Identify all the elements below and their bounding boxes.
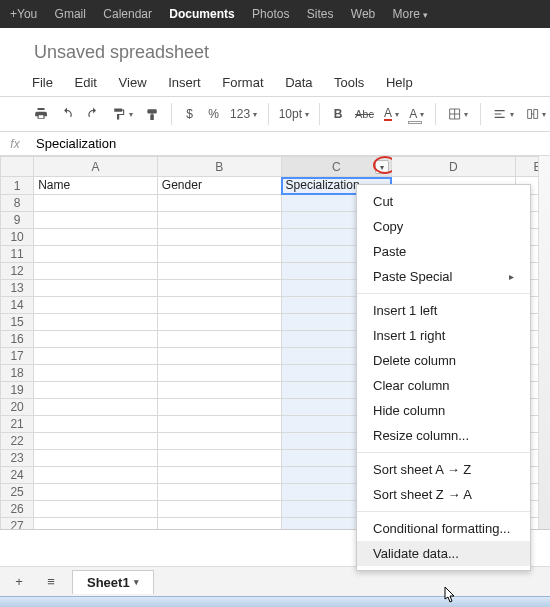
cell[interactable] — [157, 212, 281, 229]
menu-format[interactable]: Format — [222, 75, 263, 90]
cell[interactable] — [34, 433, 158, 450]
number-format-button[interactable]: 123 — [228, 102, 260, 126]
menu-hide-column[interactable]: Hide column — [357, 398, 530, 423]
menu-insert[interactable]: Insert — [168, 75, 201, 90]
strikethrough-button[interactable]: Abc — [352, 102, 377, 126]
row-header[interactable]: 21 — [1, 416, 34, 433]
row-header[interactable]: 19 — [1, 382, 34, 399]
row-header[interactable]: 14 — [1, 297, 34, 314]
menu-insert-left[interactable]: Insert 1 left — [357, 298, 530, 323]
vertical-scrollbar[interactable] — [538, 156, 550, 529]
cell[interactable] — [157, 263, 281, 280]
cell[interactable] — [157, 484, 281, 501]
print-icon[interactable] — [30, 102, 52, 126]
cell[interactable] — [157, 195, 281, 212]
cell[interactable] — [157, 433, 281, 450]
cell[interactable] — [157, 365, 281, 382]
nav-documents[interactable]: Documents — [169, 7, 234, 21]
row-header[interactable]: 26 — [1, 501, 34, 518]
merge-button[interactable] — [522, 102, 550, 126]
cell[interactable] — [34, 518, 158, 531]
borders-button[interactable] — [444, 102, 472, 126]
row-header[interactable]: 1 — [1, 177, 34, 195]
sheet-tab-arrow-icon[interactable]: ▾ — [134, 577, 139, 587]
nav-calendar[interactable]: Calendar — [103, 7, 152, 21]
cell[interactable]: Name — [34, 177, 158, 195]
row-header[interactable]: 25 — [1, 484, 34, 501]
column-header-B[interactable]: B — [157, 157, 281, 177]
row-header[interactable]: 24 — [1, 467, 34, 484]
cell[interactable] — [157, 501, 281, 518]
row-header[interactable]: 18 — [1, 365, 34, 382]
nav-web[interactable]: Web — [351, 7, 375, 21]
cell[interactable] — [157, 280, 281, 297]
cell[interactable] — [157, 382, 281, 399]
cell[interactable] — [157, 399, 281, 416]
nav-sites[interactable]: Sites — [307, 7, 334, 21]
menu-tools[interactable]: Tools — [334, 75, 364, 90]
cell[interactable] — [34, 229, 158, 246]
row-header[interactable]: 20 — [1, 399, 34, 416]
row-header[interactable]: 15 — [1, 314, 34, 331]
text-color-button[interactable]: A — [381, 102, 402, 126]
cell[interactable] — [157, 314, 281, 331]
cell[interactable] — [34, 416, 158, 433]
row-header[interactable]: 22 — [1, 433, 34, 450]
formula-input[interactable] — [30, 132, 550, 155]
cell[interactable] — [157, 467, 281, 484]
cell[interactable] — [34, 212, 158, 229]
menu-file[interactable]: File — [32, 75, 53, 90]
cell[interactable] — [34, 365, 158, 382]
row-header[interactable]: 17 — [1, 348, 34, 365]
menu-delete-column[interactable]: Delete column — [357, 348, 530, 373]
menu-edit[interactable]: Edit — [75, 75, 97, 90]
cell[interactable] — [157, 518, 281, 531]
column-header-D[interactable]: D — [392, 157, 516, 177]
row-header[interactable]: 11 — [1, 246, 34, 263]
undo-icon[interactable] — [56, 102, 78, 126]
cell[interactable] — [34, 450, 158, 467]
row-header[interactable]: 27 — [1, 518, 34, 531]
menu-help[interactable]: Help — [386, 75, 413, 90]
cell[interactable] — [34, 399, 158, 416]
nav-photos[interactable]: Photos — [252, 7, 289, 21]
row-header[interactable]: 10 — [1, 229, 34, 246]
menu-data[interactable]: Data — [285, 75, 312, 90]
redo-icon[interactable] — [82, 102, 104, 126]
cell[interactable]: Gender — [157, 177, 281, 195]
currency-button[interactable]: $ — [180, 102, 200, 126]
nav-gmail[interactable]: Gmail — [55, 7, 86, 21]
menu-clear-column[interactable]: Clear column — [357, 373, 530, 398]
row-header[interactable]: 16 — [1, 331, 34, 348]
cell[interactable] — [34, 263, 158, 280]
row-header[interactable]: 9 — [1, 212, 34, 229]
paint-format-icon[interactable] — [108, 102, 136, 126]
cell[interactable] — [34, 314, 158, 331]
menu-conditional-formatting[interactable]: Conditional formatting... — [357, 516, 530, 541]
cell[interactable] — [157, 229, 281, 246]
menu-sort-az[interactable]: Sort sheet A → Z — [357, 457, 530, 482]
menu-sort-za[interactable]: Sort sheet Z → A — [357, 482, 530, 507]
column-header-A[interactable]: A — [34, 157, 158, 177]
all-sheets-button[interactable]: ≡ — [40, 571, 62, 593]
cell[interactable] — [157, 348, 281, 365]
cell[interactable] — [157, 297, 281, 314]
row-header[interactable]: 12 — [1, 263, 34, 280]
row-header[interactable]: 8 — [1, 195, 34, 212]
cell[interactable] — [157, 416, 281, 433]
cell[interactable] — [34, 246, 158, 263]
column-menu-arrow-icon[interactable]: ▾ — [375, 160, 389, 174]
menu-validate-data[interactable]: Validate data... — [357, 541, 530, 566]
row-header[interactable]: 23 — [1, 450, 34, 467]
sheet-tab-1[interactable]: Sheet1▾ — [72, 570, 154, 594]
cell[interactable] — [34, 348, 158, 365]
column-header-C[interactable]: C ▾ — [281, 157, 391, 177]
font-size-button[interactable]: 10pt — [276, 102, 311, 126]
bold-button[interactable]: B — [328, 102, 348, 126]
percent-button[interactable]: % — [204, 102, 224, 126]
menu-view[interactable]: View — [119, 75, 147, 90]
cell[interactable] — [157, 450, 281, 467]
cell[interactable] — [34, 331, 158, 348]
paint-roller-icon[interactable] — [141, 102, 163, 126]
cell[interactable] — [34, 484, 158, 501]
